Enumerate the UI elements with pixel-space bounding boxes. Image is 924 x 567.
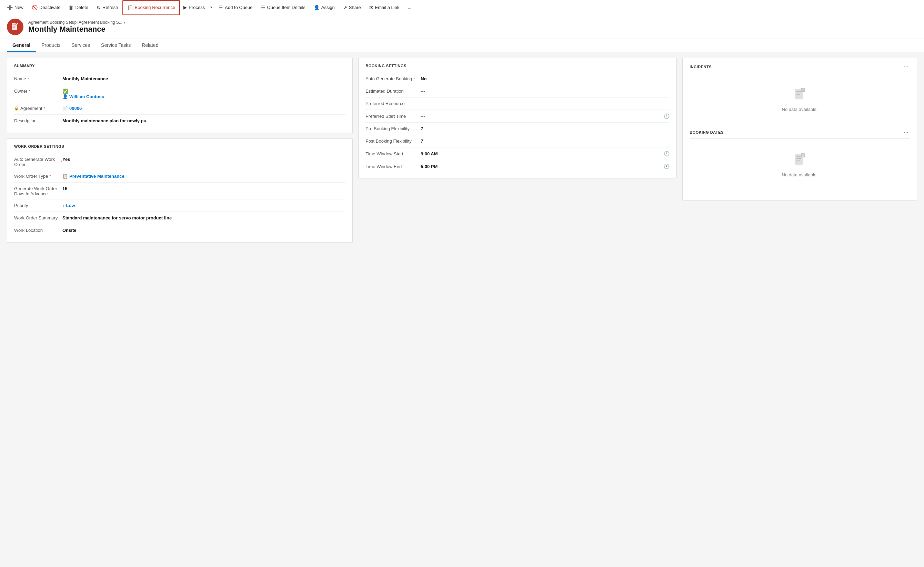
booking-dates-empty: No data available. xyxy=(689,142,910,188)
record-meta: Agreement Booking Setup: Agreement Booki… xyxy=(28,20,125,34)
email-icon: ✉ xyxy=(369,5,373,10)
svg-rect-14 xyxy=(796,158,801,159)
new-button[interactable]: ➕ New xyxy=(3,0,27,15)
booking-dates-section: BOOKING DATES ··· No dat xyxy=(689,129,910,188)
time-window-end-clock-icon: 🕐 xyxy=(664,164,670,169)
work-order-type-link[interactable]: 📋 Preventative Maintenance xyxy=(62,174,345,179)
email-a-link-button[interactable]: ✉ Email a Link xyxy=(365,0,404,15)
work-location-value: Onsite xyxy=(62,227,345,233)
tab-general[interactable]: General xyxy=(7,39,36,52)
booking-recurrence-button[interactable]: 📋 Booking Recurrence xyxy=(122,0,180,15)
delete-button[interactable]: 🗑 Delete xyxy=(65,0,92,15)
auto-generate-wo-row: Auto Generate Work Order * Yes xyxy=(14,153,345,170)
booking-dates-title: BOOKING DATES xyxy=(689,130,724,134)
process-group: ▶ Process ▾ xyxy=(180,0,214,15)
priority-value: ↕ Low xyxy=(62,202,345,208)
share-button[interactable]: ↗ Share xyxy=(339,0,365,15)
work-order-summary-label: Work Order Summary xyxy=(14,214,62,220)
queue-item-details-button[interactable]: ☰ Queue Item Details xyxy=(257,0,310,15)
description-value: Monthly maintenance plan for newly pu xyxy=(62,117,345,123)
auto-generate-booking-label: Auto Generate Booking * xyxy=(366,76,421,81)
auto-booking-required: * xyxy=(413,77,415,81)
agreement-row: 🔒 Agreement * 📄 00006 xyxy=(14,102,345,115)
post-booking-flexibility-label: Post Booking Flexibility xyxy=(366,138,421,144)
summary-title: SUMMARY xyxy=(14,64,345,68)
booking-settings-title: BOOKING SETTINGS xyxy=(366,64,670,68)
left-column: SUMMARY Name * Monthly Maintenance Owner… xyxy=(7,58,353,566)
work-order-type-value: 📋 Preventative Maintenance xyxy=(62,173,345,179)
owner-label: Owner * xyxy=(14,88,62,94)
tab-products[interactable]: Products xyxy=(36,39,66,52)
time-window-end-value: 5:00 PM xyxy=(421,164,662,169)
booking-dates-header: BOOKING DATES ··· xyxy=(689,129,910,138)
deactivate-button[interactable]: 🚫 Deactivate xyxy=(27,0,65,15)
work-order-type-row: Work Order Type * 📋 Preventative Mainten… xyxy=(14,170,345,183)
owner-person-icon: 👤 xyxy=(62,94,68,99)
incidents-more-button[interactable]: ··· xyxy=(903,64,910,70)
owner-link[interactable]: 👤 William Contoso xyxy=(62,94,345,99)
generate-days-advance-value: 15 xyxy=(62,185,345,191)
work-location-label: Work Location xyxy=(14,227,62,233)
estimated-duration-row: Estimated Duration --- xyxy=(366,85,670,98)
breadcrumb[interactable]: Agreement Booking Setup: Agreement Booki… xyxy=(28,20,125,25)
lock-icon: 🔒 xyxy=(14,106,19,111)
name-value: Monthly Maintenance xyxy=(62,75,345,81)
name-label: Name * xyxy=(14,75,62,81)
add-to-queue-button[interactable]: ☰ Add to Queue xyxy=(214,0,256,15)
auto-generate-booking-row: Auto Generate Booking * No xyxy=(366,73,670,85)
right-panel: INCIDENTS ··· No data av xyxy=(682,58,917,201)
wo-type-required: * xyxy=(50,174,51,178)
owner-row: Owner * ✅ 👤 William Contoso xyxy=(14,85,345,102)
work-order-settings-panel: WORK ORDER SETTINGS Auto Generate Work O… xyxy=(7,138,353,243)
summary-panel: SUMMARY Name * Monthly Maintenance Owner… xyxy=(7,58,353,133)
more-button[interactable]: ... xyxy=(403,0,415,15)
toolbar: ➕ New 🚫 Deactivate 🗑 Delete ↻ Refresh 📋 … xyxy=(0,0,924,15)
assign-icon: 👤 xyxy=(314,5,320,10)
deactivate-icon: 🚫 xyxy=(32,5,38,10)
work-location-row: Work Location Onsite xyxy=(14,224,345,237)
time-window-start-row: Time Window Start 9:00 AM 🕐 xyxy=(366,147,670,160)
work-order-summary-value: Standard maintenance for servo motor pro… xyxy=(62,214,345,220)
agreement-value: 📄 00006 xyxy=(62,105,345,111)
incidents-section: INCIDENTS ··· No data av xyxy=(689,64,910,122)
preferred-resource-value: --- xyxy=(421,101,670,106)
auto-generate-booking-value: No xyxy=(421,76,670,81)
post-booking-flexibility-value: 7 xyxy=(421,138,670,144)
time-window-end-row: Time Window End 5:00 PM 🕐 xyxy=(366,160,670,172)
page-title: Monthly Maintenance xyxy=(28,25,125,34)
preferred-resource-row: Preferred Resource --- xyxy=(366,98,670,110)
queue-item-details-icon: ☰ xyxy=(261,5,265,10)
tab-related[interactable]: Related xyxy=(136,39,164,52)
booking-dates-more-button[interactable]: ··· xyxy=(903,129,910,135)
name-required: * xyxy=(27,77,29,81)
time-window-end-label: Time Window End xyxy=(366,164,421,169)
description-row: Description Monthly maintenance plan for… xyxy=(14,115,345,127)
priority-arrow-icon: ↕ xyxy=(62,203,65,208)
agreement-required: * xyxy=(44,106,45,111)
new-icon: ➕ xyxy=(7,5,13,10)
incidents-header: INCIDENTS ··· xyxy=(689,64,910,73)
work-order-type-label: Work Order Type * xyxy=(14,173,62,179)
preferred-start-time-row: Preferred Start Time --- 🕐 xyxy=(366,110,670,123)
owner-value: ✅ 👤 William Contoso xyxy=(62,88,345,99)
tab-service-tasks[interactable]: Service Tasks xyxy=(95,39,136,52)
svg-rect-3 xyxy=(12,27,15,27)
svg-rect-13 xyxy=(796,156,801,157)
preferred-resource-label: Preferred Resource xyxy=(366,101,421,106)
auto-generate-wo-value: Yes xyxy=(62,156,345,162)
preferred-start-time-value: --- xyxy=(421,114,662,119)
svg-rect-2 xyxy=(12,26,16,27)
tab-services[interactable]: Services xyxy=(66,39,95,52)
refresh-button[interactable]: ↻ Refresh xyxy=(92,0,122,15)
agreement-label: 🔒 Agreement * xyxy=(14,105,62,111)
assign-button[interactable]: 👤 Assign xyxy=(310,0,339,15)
owner-check-icon: ✅ xyxy=(62,88,68,94)
tab-bar: General Products Services Service Tasks … xyxy=(0,39,924,52)
agreement-link[interactable]: 📄 00006 xyxy=(62,106,345,111)
delete-icon: 🗑 xyxy=(69,5,74,10)
time-window-start-clock-icon: 🕐 xyxy=(664,151,670,156)
process-button[interactable]: ▶ Process xyxy=(180,0,208,15)
share-icon: ↗ xyxy=(343,5,347,10)
process-dropdown-button[interactable]: ▾ xyxy=(208,0,214,15)
priority-link[interactable]: ↕ Low xyxy=(62,203,345,208)
